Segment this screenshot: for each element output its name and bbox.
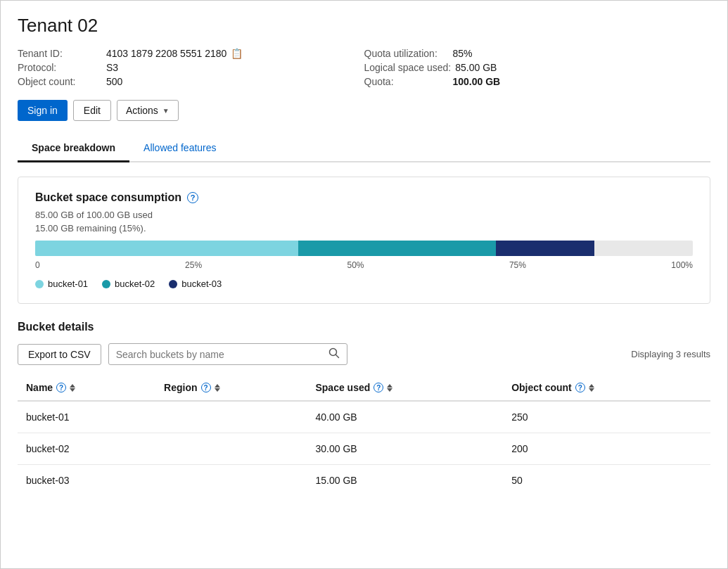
cell-name-2: bucket-03 bbox=[18, 465, 155, 497]
bucket-details-section: Bucket details Export to CSV Dis bbox=[18, 321, 710, 496]
quota-label: Quota: bbox=[364, 76, 449, 87]
tenant-id-value-container: 4103 1879 2208 5551 2180 📋 bbox=[106, 48, 243, 59]
svg-line-1 bbox=[336, 355, 338, 358]
meta-row-object-count: Object count: 500 bbox=[18, 76, 364, 87]
region-help-icon[interactable]: ? bbox=[201, 383, 211, 392]
table-row: bucket-03 15.00 GB 50 bbox=[18, 465, 710, 497]
search-container bbox=[108, 343, 347, 365]
tenant-id-value: 4103 1879 2208 5551 2180 bbox=[106, 48, 226, 59]
bucket-toolbar-left: Export to CSV bbox=[18, 343, 347, 365]
tenant-id-label: Tenant ID: bbox=[18, 48, 102, 59]
progress-label-25: 25% bbox=[185, 260, 202, 270]
logical-space-value: 85.00 GB bbox=[455, 62, 497, 73]
legend-item-bucket-01: bucket-01 bbox=[35, 279, 88, 289]
cell-space-used-0: 40.00 GB bbox=[307, 401, 503, 433]
quota-value: 100.00 GB bbox=[453, 76, 501, 87]
cell-region-0 bbox=[155, 401, 307, 433]
meta-row-quota: Quota: 100.00 GB bbox=[364, 76, 711, 87]
legend: bucket-01 bucket-02 bucket-03 bbox=[35, 279, 693, 289]
logical-space-label: Logical space used: bbox=[364, 62, 452, 73]
region-sort-icon[interactable] bbox=[215, 384, 220, 392]
search-icon bbox=[328, 347, 340, 361]
meta-row-tenant-id: Tenant ID: 4103 1879 2208 5551 2180 📋 bbox=[18, 48, 364, 59]
legend-dot-2 bbox=[102, 280, 110, 288]
table-body: bucket-01 40.00 GB 250 bucket-02 30.00 G… bbox=[18, 401, 710, 496]
th-region: Region ? bbox=[155, 375, 307, 401]
card-title: Bucket space consumption ? bbox=[35, 191, 693, 204]
section-title: Bucket details bbox=[18, 321, 710, 333]
space-used-help-icon[interactable]: ? bbox=[373, 383, 383, 392]
cell-object-count-0: 250 bbox=[503, 401, 710, 433]
object-count-sort-icon[interactable] bbox=[589, 384, 594, 392]
legend-label-3: bucket-03 bbox=[181, 279, 222, 289]
cell-space-used-2: 15.00 GB bbox=[307, 465, 503, 497]
page-container: Tenant 02 Tenant ID: 4103 1879 2208 5551… bbox=[1, 1, 727, 524]
th-space-used: Space used ? bbox=[307, 375, 503, 401]
cell-object-count-1: 200 bbox=[503, 433, 710, 465]
name-sort-icon[interactable] bbox=[70, 384, 75, 392]
tabs: Space breakdown Allowed features bbox=[18, 135, 710, 162]
table-row: bucket-01 40.00 GB 250 bbox=[18, 401, 710, 433]
remaining-text: 15.00 GB remaining (15%). bbox=[35, 223, 693, 234]
cell-name-1: bucket-02 bbox=[18, 433, 155, 465]
bucket-toolbar: Export to CSV Displaying 3 results bbox=[18, 343, 710, 365]
card-help-icon[interactable]: ? bbox=[187, 192, 198, 203]
bar-segment-3 bbox=[496, 241, 594, 256]
bar-segment-2 bbox=[298, 241, 496, 256]
cell-region-2 bbox=[155, 465, 307, 497]
protocol-label: Protocol: bbox=[18, 62, 102, 73]
quota-util-label: Quota utilization: bbox=[364, 48, 449, 59]
page-title: Tenant 02 bbox=[18, 15, 710, 37]
legend-dot-1 bbox=[35, 280, 44, 288]
th-object-count: Object count ? bbox=[503, 375, 710, 401]
quota-util-value: 85% bbox=[453, 48, 473, 59]
progress-bar bbox=[35, 241, 693, 256]
sign-in-button[interactable]: Sign in bbox=[18, 100, 68, 121]
th-name: Name ? bbox=[18, 375, 155, 401]
tab-allowed-features[interactable]: Allowed features bbox=[129, 135, 231, 162]
object-count-help-icon[interactable]: ? bbox=[575, 383, 585, 392]
legend-label-1: bucket-01 bbox=[48, 279, 88, 289]
meta-grid: Tenant ID: 4103 1879 2208 5551 2180 📋 Pr… bbox=[18, 48, 710, 87]
chevron-down-icon: ▼ bbox=[162, 107, 170, 115]
cell-object-count-2: 50 bbox=[503, 465, 710, 497]
space-used-sort-icon[interactable] bbox=[387, 384, 392, 392]
copy-icon[interactable]: 📋 bbox=[231, 48, 243, 59]
progress-label-75: 75% bbox=[509, 260, 526, 270]
bucket-table: Name ? Region ? bbox=[18, 375, 710, 496]
actions-label: Actions bbox=[126, 105, 158, 116]
cell-space-used-1: 30.00 GB bbox=[307, 433, 503, 465]
progress-label-50: 50% bbox=[347, 260, 364, 270]
meta-row-quota-util: Quota utilization: 85% bbox=[364, 48, 711, 59]
tab-space-breakdown[interactable]: Space breakdown bbox=[18, 135, 129, 162]
object-count-label: Object count: bbox=[18, 76, 102, 87]
legend-item-bucket-02: bucket-02 bbox=[102, 279, 155, 289]
meta-right: Quota utilization: 85% Logical space use… bbox=[364, 48, 711, 87]
bar-segment-1 bbox=[35, 241, 298, 256]
actions-button[interactable]: Actions ▼ bbox=[117, 100, 179, 121]
meta-row-logical-space: Logical space used: 85.00 GB bbox=[364, 62, 711, 73]
table-header: Name ? Region ? bbox=[18, 375, 710, 401]
legend-item-bucket-03: bucket-03 bbox=[169, 279, 222, 289]
name-help-icon[interactable]: ? bbox=[56, 383, 66, 392]
progress-label-100: 100% bbox=[671, 260, 693, 270]
object-count-value: 500 bbox=[106, 76, 122, 87]
card-title-text: Bucket space consumption bbox=[35, 191, 181, 204]
tab-content: Bucket space consumption ? 85.00 GB of 1… bbox=[18, 162, 710, 510]
table-header-row: Name ? Region ? bbox=[18, 375, 710, 401]
cell-region-1 bbox=[155, 433, 307, 465]
meta-left: Tenant ID: 4103 1879 2208 5551 2180 📋 Pr… bbox=[18, 48, 364, 87]
progress-label-0: 0 bbox=[35, 260, 40, 270]
export-csv-button[interactable]: Export to CSV bbox=[18, 344, 101, 365]
bucket-space-card: Bucket space consumption ? 85.00 GB of 1… bbox=[18, 177, 710, 304]
meta-row-protocol: Protocol: S3 bbox=[18, 62, 364, 73]
edit-button[interactable]: Edit bbox=[73, 100, 111, 121]
protocol-value: S3 bbox=[106, 62, 118, 73]
results-count: Displaying 3 results bbox=[631, 349, 710, 359]
progress-labels: 0 25% 50% 75% 100% bbox=[35, 260, 693, 270]
action-bar: Sign in Edit Actions ▼ bbox=[18, 100, 710, 121]
usage-text: 85.00 GB of 100.00 GB used bbox=[35, 210, 693, 220]
legend-label-2: bucket-02 bbox=[115, 279, 155, 289]
search-input[interactable] bbox=[116, 349, 328, 360]
table-row: bucket-02 30.00 GB 200 bbox=[18, 433, 710, 465]
